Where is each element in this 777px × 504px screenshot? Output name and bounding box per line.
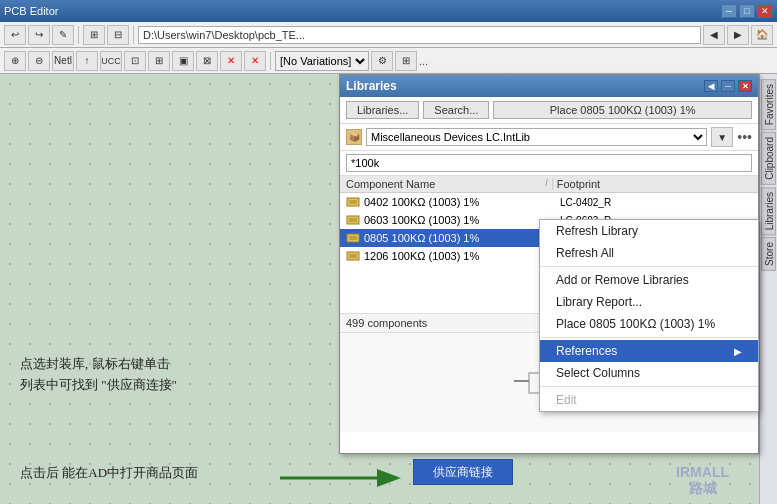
panel-toolbar: Libraries... Search... Place 0805 100KΩ …: [340, 97, 758, 124]
maximize-btn[interactable]: □: [739, 4, 755, 18]
tb2-settings[interactable]: ⚙: [371, 51, 393, 71]
sep1: [78, 26, 79, 44]
panel-minimize-btn[interactable]: ─: [721, 80, 735, 92]
comp-icon-0: [346, 195, 360, 209]
ctx-references-label: References: [556, 344, 617, 358]
minimize-btn[interactable]: ─: [721, 4, 737, 18]
tb2-6[interactable]: ⊞: [148, 51, 170, 71]
ctx-place[interactable]: Place 0805 100KΩ (1003) 1%: [540, 313, 758, 335]
library-selector: 📦 Miscellaneous Devices LC.IntLib ▼ •••: [340, 124, 758, 151]
ctx-add-remove[interactable]: Add or Remove Libraries: [540, 269, 758, 291]
library-select[interactable]: Miscellaneous Devices LC.IntLib: [366, 128, 707, 146]
col-fp-header: Footprint: [552, 178, 752, 190]
ctx-library-report[interactable]: Library Report...: [540, 291, 758, 313]
svg-rect-5: [349, 236, 357, 240]
sep2: [133, 26, 134, 44]
lib-dropdown-btn[interactable]: ▼: [711, 127, 733, 147]
comp-icon-3: [346, 249, 360, 263]
close-btn[interactable]: ✕: [757, 4, 773, 18]
lib-icon: 📦: [346, 129, 362, 145]
lib-options-btn[interactable]: •••: [737, 129, 752, 145]
address-text: D:\Users\win7\Desktop\pcb_TE...: [143, 29, 305, 41]
comp-fp-0: LC-0402_R: [560, 197, 752, 208]
ctx-edit[interactable]: Edit: [540, 389, 758, 411]
ctx-add-remove-label: Add or Remove Libraries: [556, 273, 689, 287]
ctx-place-label: Place 0805 100KΩ (1003) 1%: [556, 317, 715, 331]
tb-btn-3[interactable]: ✎: [52, 25, 74, 45]
search-button[interactable]: Search...: [423, 101, 489, 119]
sidebar-tab-clipboard[interactable]: Clipboard: [761, 132, 776, 185]
panel-header: Libraries ◀ ─ ✕: [340, 75, 758, 97]
panel-close-btn[interactable]: ✕: [738, 80, 752, 92]
ctx-refresh-all[interactable]: Refresh All: [540, 242, 758, 264]
annotation-block: 点选封装库, 鼠标右键单击 列表中可找到 "供应商连接": [20, 354, 177, 396]
toolbar2: ⊕ ⊖ Netl ↑ UCC ⊡ ⊞ ▣ ⊠ ✕ ✕ [No Variation…: [0, 48, 777, 74]
sidebar-tab-store[interactable]: Store: [761, 237, 776, 271]
tb-btn-4[interactable]: ⊞: [83, 25, 105, 45]
sidebar-tab-favorites[interactable]: Favorites: [761, 79, 776, 130]
supplier-btn-label: 供应商链接: [433, 464, 493, 481]
variations-select[interactable]: [No Variations]: [275, 51, 369, 71]
title-controls: ─ □ ✕: [721, 4, 773, 18]
ctx-references-arrow: ▶: [734, 346, 742, 357]
col-name-header: Component Name: [346, 178, 541, 190]
ctx-sep3: [540, 386, 758, 387]
tb2-3[interactable]: Netl: [52, 51, 74, 71]
context-menu[interactable]: Refresh Library Refresh All Add or Remov…: [539, 219, 759, 412]
ctx-refresh-library-label: Refresh Library: [556, 224, 638, 238]
libraries-button[interactable]: Libraries...: [346, 101, 419, 119]
tb-btn-1[interactable]: ↩: [4, 25, 26, 45]
arrow-icon: [275, 464, 415, 492]
tb2-grid[interactable]: ⊞: [395, 51, 417, 71]
panel-header-controls: ◀ ─ ✕: [704, 80, 752, 92]
panel-title: Libraries: [346, 79, 397, 93]
ctx-library-report-label: Library Report...: [556, 295, 642, 309]
filter-row: [340, 151, 758, 176]
comp-icon-2: [346, 231, 360, 245]
tb-fwd[interactable]: ▶: [727, 25, 749, 45]
table-row[interactable]: 0402 100KΩ (1003) 1% LC-0402_R: [340, 193, 758, 211]
tb2-7[interactable]: ▣: [172, 51, 194, 71]
component-count: 499 components: [346, 317, 427, 329]
sidebar-tab-libraries[interactable]: Libraries: [761, 187, 776, 235]
watermark: IRMALL路城: [676, 464, 729, 498]
panel-pin-btn[interactable]: ◀: [704, 80, 718, 92]
supplier-button[interactable]: 供应商链接: [413, 459, 513, 485]
annotation-line2: 列表中可找到 "供应商连接": [20, 375, 177, 396]
sort-icon: /: [545, 178, 548, 190]
ctx-sep2: [540, 337, 758, 338]
tb2-x2[interactable]: ✕: [244, 51, 266, 71]
tb2-ucc[interactable]: UCC: [100, 51, 122, 71]
ctx-sep1: [540, 266, 758, 267]
annotation-line1: 点选封装库, 鼠标右键单击: [20, 354, 177, 375]
main-area: 点选封装库, 鼠标右键单击 列表中可找到 "供应商连接" 点击后 能在AD中打开…: [0, 74, 777, 504]
comp-name-2: 0805 100KΩ (1003) 1%: [364, 232, 556, 244]
ctx-select-columns[interactable]: Select Columns: [540, 362, 758, 384]
tb-btn-5[interactable]: ⊟: [107, 25, 129, 45]
title-bar: PCB Editor ─ □ ✕: [0, 0, 777, 22]
ctx-select-columns-label: Select Columns: [556, 366, 640, 380]
tb-btn-2[interactable]: ↪: [28, 25, 50, 45]
tb-back[interactable]: ◀: [703, 25, 725, 45]
tb2-4[interactable]: ↑: [76, 51, 98, 71]
filter-input[interactable]: [346, 154, 752, 172]
place-button[interactable]: Place 0805 100KΩ (1003) 1%: [493, 101, 752, 119]
tb2-1[interactable]: ⊕: [4, 51, 26, 71]
ctx-refresh-library[interactable]: Refresh Library: [540, 220, 758, 242]
list-header: Component Name / Footprint: [340, 176, 758, 193]
comp-name-3: 1206 100KΩ (1003) 1%: [364, 250, 556, 262]
tb2-5[interactable]: ⊡: [124, 51, 146, 71]
sep3: [270, 52, 271, 70]
tb2-8[interactable]: ⊠: [196, 51, 218, 71]
title-text: PCB Editor: [4, 5, 58, 17]
tb2-2[interactable]: ⊖: [28, 51, 50, 71]
tb2-x[interactable]: ✕: [220, 51, 242, 71]
svg-rect-1: [349, 200, 357, 204]
comp-name-1: 0603 100KΩ (1003) 1%: [364, 214, 556, 226]
right-sidebar: Favorites Clipboard Libraries Store: [759, 74, 777, 504]
ctx-references[interactable]: References ▶: [540, 340, 758, 362]
tb-home[interactable]: 🏠: [751, 25, 773, 45]
svg-rect-7: [349, 254, 357, 258]
tb2-dots: ...: [419, 55, 428, 67]
toolbar1: ↩ ↪ ✎ ⊞ ⊟ D:\Users\win7\Desktop\pcb_TE..…: [0, 22, 777, 48]
